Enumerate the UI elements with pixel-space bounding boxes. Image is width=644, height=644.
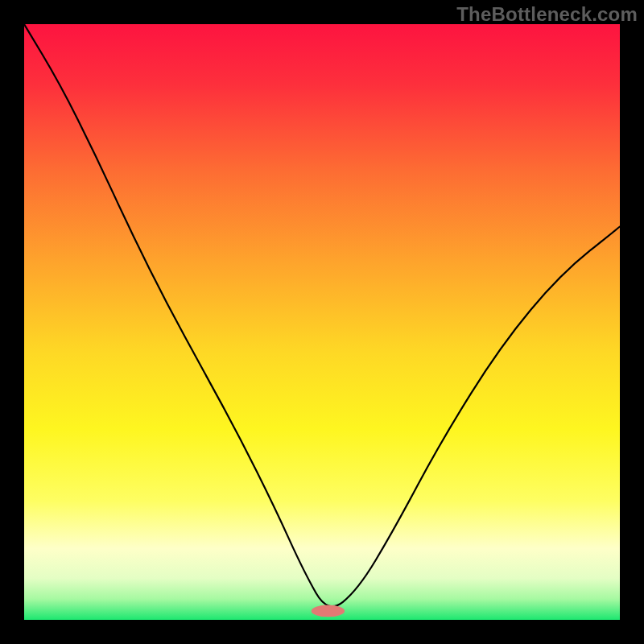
gradient-background [24,24,620,620]
bottleneck-chart [24,24,620,620]
chart-frame [24,24,620,620]
optimal-marker [312,605,345,617]
watermark-text: TheBottleneck.com [456,3,638,26]
